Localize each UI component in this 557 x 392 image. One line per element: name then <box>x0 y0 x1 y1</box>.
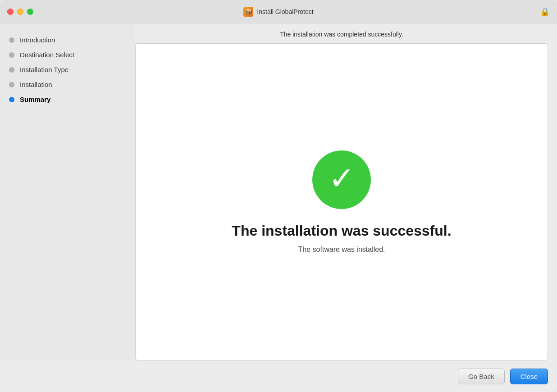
sidebar-dot-summary <box>9 97 14 102</box>
status-message: The installation was completed successfu… <box>280 31 403 38</box>
app-icon: 📦 <box>243 7 253 17</box>
sidebar-label-destination-select: Destination Select <box>20 51 74 59</box>
success-title: The installation was successful. <box>232 223 451 239</box>
status-bar: The installation was completed successfu… <box>135 23 548 43</box>
close-window-button[interactable] <box>7 9 14 15</box>
content-panel: The installation was completed successfu… <box>135 23 557 360</box>
sidebar-item-summary: Summary <box>0 92 135 107</box>
sidebar-label-installation: Installation <box>20 81 52 88</box>
close-button[interactable]: Close <box>510 369 548 384</box>
installer-window: 📦 Install GlobalProtect 🔒 Introduction D… <box>0 0 557 392</box>
success-subtitle: The software was installed. <box>298 246 385 254</box>
sidebar-dot-introduction <box>9 37 14 43</box>
window-title: Install GlobalProtect <box>257 8 313 15</box>
sidebar: Introduction Destination Select Installa… <box>0 23 135 360</box>
content-box: ✓ The installation was successful. The s… <box>135 43 548 360</box>
main-content: Introduction Destination Select Installa… <box>0 23 557 360</box>
sidebar-item-installation: Installation <box>0 77 135 92</box>
maximize-window-button[interactable] <box>27 9 33 15</box>
window-controls <box>7 9 33 15</box>
sidebar-label-summary: Summary <box>20 96 50 103</box>
success-icon-circle: ✓ <box>312 150 371 209</box>
lock-icon: 🔒 <box>540 7 550 17</box>
sidebar-dot-destination-select <box>9 52 14 58</box>
checkmark-icon: ✓ <box>329 163 355 194</box>
sidebar-item-introduction: Introduction <box>0 32 135 47</box>
go-back-button[interactable]: Go Back <box>458 369 505 384</box>
sidebar-dot-installation-type <box>9 67 14 73</box>
title-bar-title: 📦 Install GlobalProtect <box>243 7 313 17</box>
sidebar-dot-installation <box>9 82 14 87</box>
footer: Go Back Close <box>0 360 557 392</box>
title-bar: 📦 Install GlobalProtect 🔒 <box>0 0 557 23</box>
sidebar-label-installation-type: Installation Type <box>20 66 68 73</box>
sidebar-item-installation-type: Installation Type <box>0 62 135 77</box>
sidebar-item-destination-select: Destination Select <box>0 47 135 62</box>
minimize-window-button[interactable] <box>17 9 23 15</box>
sidebar-label-introduction: Introduction <box>20 36 55 44</box>
